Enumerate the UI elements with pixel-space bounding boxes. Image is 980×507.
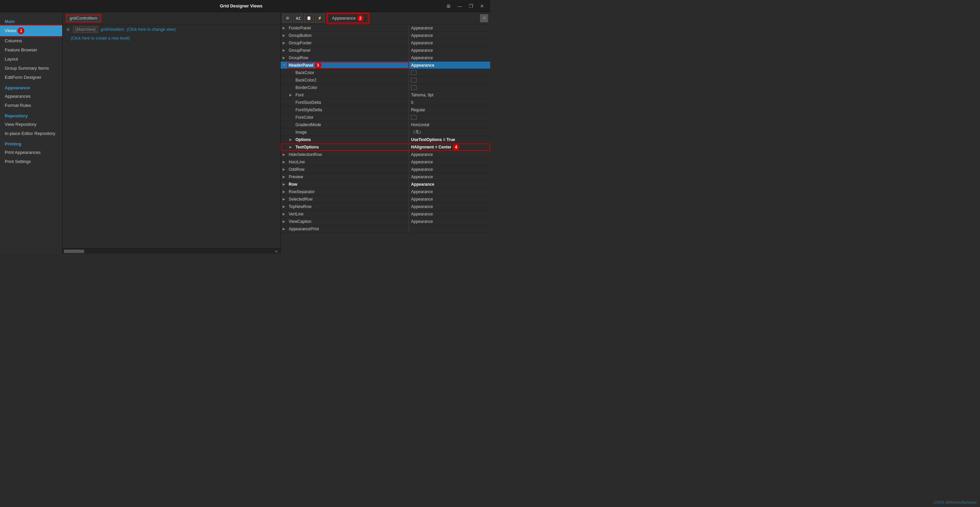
prop-expand-row-separator[interactable]: ▶ [281, 188, 287, 196]
prop-expand-group-button[interactable]: ▶ [281, 32, 287, 39]
prop-expand-footer-panel[interactable]: ▶ [281, 24, 287, 32]
prop-name-fore-color: ForeColor [294, 115, 409, 120]
prop-row-header-panel[interactable]: ▼HeaderPanel3Appearance [281, 62, 490, 69]
prop-expand-horz-line[interactable]: ▶ [281, 158, 287, 166]
prop-row-gradient-mode[interactable]: GradientModeHorizontal [281, 121, 490, 129]
sidebar-item-appearances[interactable]: Appearances [0, 92, 62, 101]
sidebar-item-feature-browser[interactable]: Feature Browser [0, 45, 62, 54]
prop-expand-header-panel[interactable]: ▼ [281, 62, 287, 69]
prop-row-row[interactable]: ▶RowAppearance [281, 181, 490, 188]
prop-row-group-row[interactable]: ▶GroupRowAppearance [281, 54, 490, 62]
prop-row-back-color2[interactable]: BackColor2 [281, 77, 490, 84]
table-icon: ⊞ [67, 27, 70, 32]
appearance-tab[interactable]: Appearance 2 [327, 14, 369, 23]
horizontal-scrollbar[interactable]: ▶ [62, 248, 280, 254]
prop-value-row-separator: Appearance [409, 190, 490, 194]
sort-btn-2[interactable]: AZ [293, 14, 303, 23]
prop-expand-appearance-print[interactable]: ▶ [281, 225, 287, 233]
sidebar-item-editform-designer[interactable]: EditForm Designer [0, 73, 62, 82]
prop-name-group-row: GroupRow [287, 56, 409, 60]
prop-name-selected-row: SelectedRow [287, 197, 409, 202]
prop-expand-font[interactable]: ▶ [287, 91, 294, 99]
prop-expand-row[interactable]: ▶ [281, 181, 287, 188]
prop-expand-options[interactable]: ▶ [287, 136, 294, 143]
prop-expand-odd-row[interactable]: ▶ [281, 166, 287, 173]
badge-2: 2 [357, 15, 364, 22]
sidebar-item-group-summary-items[interactable]: Group Summary Items [0, 64, 62, 73]
sidebar-item-print-settings[interactable]: Print Settings [0, 157, 62, 166]
prop-row-appearance-print[interactable]: ▶AppearancePrint [281, 225, 490, 233]
prop-row-border-color[interactable]: BorderColor [281, 84, 490, 91]
sidebar-item-format-rules[interactable]: Format Rules [0, 101, 62, 110]
prop-row-footer-panel[interactable]: ▶FooterPanelAppearance [281, 24, 490, 32]
prop-row-text-options[interactable]: ▶TextOptionsHAlignment = Center4 [281, 143, 490, 151]
prop-expand-view-caption[interactable]: ▶ [281, 218, 287, 225]
prop-expand-back-color[interactable] [287, 69, 294, 77]
prop-value-font-style-delta: Regular [409, 108, 490, 112]
prop-expand-font-style-delta[interactable] [287, 106, 294, 114]
prop-expand-border-color[interactable] [287, 84, 294, 91]
sidebar-item-layout[interactable]: Layout [0, 54, 62, 64]
restore-btn[interactable]: ❐ [467, 3, 475, 10]
prop-row-view-caption[interactable]: ▶ViewCaptionAppearance [281, 218, 490, 225]
prop-expand-vert-line[interactable]: ▶ [281, 210, 287, 218]
lightning-btn[interactable]: ⚡ [315, 14, 325, 23]
prop-row-odd-row[interactable]: ▶OddRowAppearance [281, 166, 490, 173]
right-toolbar: ⊞ AZ 📋 ⚡ Appearance 2 ✕ [281, 12, 490, 24]
minimize-btn[interactable]: — [455, 3, 464, 10]
create-level-link[interactable]: (Click here to create a new level) [67, 35, 134, 42]
prop-expand-text-options[interactable]: ▶ [287, 143, 294, 151]
prop-expand-group-panel[interactable]: ▶ [281, 47, 287, 54]
prop-row-options[interactable]: ▶OptionsUseTextOptions = True [281, 136, 490, 143]
prop-expand-hide-selection-row[interactable]: ▶ [281, 151, 287, 158]
prop-row-group-button[interactable]: ▶GroupButtonAppearance [281, 32, 490, 39]
prop-row-hide-selection-row[interactable]: ▶HideSelectionRowAppearance [281, 151, 490, 158]
sort-btn-1[interactable]: ⊞ [283, 14, 292, 23]
view-item-link[interactable]: gridViewItem [101, 27, 124, 32]
sidebar-section-printing: Printing [0, 138, 62, 148]
sidebar-item-columns[interactable]: Columns [0, 36, 62, 45]
sidebar-item-print-appearances[interactable]: Print Appearances [0, 148, 62, 157]
prop-row-font-style-delta[interactable]: FontStyleDeltaRegular [281, 106, 490, 114]
prop-expand-back-color2[interactable] [287, 77, 294, 84]
sidebar-item-in-place-editor-repository[interactable]: In-place Editor Repository [0, 129, 62, 138]
close-panel-btn[interactable]: ✕ [480, 14, 488, 22]
titlebar-title: Grid Designer Views [38, 3, 444, 8]
prop-expand-top-new-row[interactable]: ▶ [281, 203, 287, 210]
prop-name-row: Row [287, 182, 409, 187]
prop-row-group-footer[interactable]: ▶GroupFooterAppearance [281, 39, 490, 47]
prop-row-group-panel[interactable]: ▶GroupPanelAppearance [281, 47, 490, 54]
prop-row-font[interactable]: ▶FontTahoma, 9pt [281, 91, 490, 99]
prop-value-top-new-row: Appearance [409, 204, 490, 209]
sidebar-item-views[interactable]: Views1 [0, 26, 62, 36]
scroll-right-arrow[interactable]: ▶ [275, 249, 280, 253]
prop-expand-image[interactable] [287, 129, 294, 136]
sidebar-item-view-repository[interactable]: View Repository [0, 120, 62, 129]
prop-row-preview[interactable]: ▶PreviewAppearance [281, 173, 490, 181]
change-view-link[interactable]: (Click here to change view) [127, 27, 176, 32]
prop-expand-selected-row[interactable]: ▶ [281, 196, 287, 203]
prop-expand-group-footer[interactable]: ▶ [281, 39, 287, 47]
prop-expand-font-size-delta[interactable] [287, 99, 294, 106]
prop-row-font-size-delta[interactable]: FontSizeDelta0 [281, 99, 490, 106]
prop-row-selected-row[interactable]: ▶SelectedRowAppearance [281, 196, 490, 203]
prop-name-text-options: TextOptions [294, 145, 409, 150]
prop-row-vert-line[interactable]: ▶VertLineAppearance [281, 210, 490, 218]
titlebar-controls: ⊞ — ❐ ✕ [444, 3, 486, 10]
prop-expand-preview[interactable]: ▶ [281, 173, 287, 181]
prop-row-horz-line[interactable]: ▶HorzLineAppearance [281, 158, 490, 166]
prop-row-top-new-row[interactable]: ▶TopNewRowAppearance [281, 203, 490, 210]
prop-row-image[interactable]: Image（无） [281, 129, 490, 136]
prop-row-back-color[interactable]: BackColor [281, 69, 490, 77]
prop-expand-gradient-mode[interactable] [287, 121, 294, 129]
prop-row-fore-color[interactable]: ForeColor [281, 114, 490, 121]
sort-btn-3[interactable]: 📋 [304, 14, 314, 23]
grid-icon[interactable]: ⊞ [444, 3, 453, 10]
scroll-thumb[interactable] [64, 250, 84, 253]
prop-name-back-color: BackColor [294, 70, 409, 75]
close-btn[interactable]: ✕ [478, 3, 486, 10]
prop-expand-group-row[interactable]: ▶ [281, 54, 287, 62]
prop-expand-fore-color[interactable] [287, 114, 294, 121]
prop-value-back-color [409, 70, 490, 75]
prop-row-row-separator[interactable]: ▶RowSeparatorAppearance [281, 188, 490, 196]
